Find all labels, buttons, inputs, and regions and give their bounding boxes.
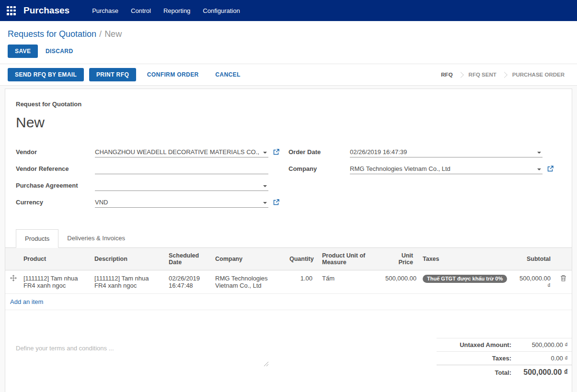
untaxed-amount-value: 500,000.00 ₫ — [511, 341, 568, 348]
total-value: 500,000.00 ₫ — [511, 368, 568, 377]
currency-field[interactable] — [95, 198, 268, 208]
company-input[interactable] — [350, 165, 534, 172]
status-steps: RFQ RFQ SENT PURCHASE ORDER — [436, 69, 569, 80]
cell-quantity[interactable]: 1.00 — [285, 270, 317, 294]
resize-grip-icon[interactable] — [264, 361, 269, 368]
nav-item-purchase[interactable]: Purchase — [86, 1, 125, 20]
order-date-field[interactable] — [350, 147, 542, 157]
vendor-label: Vendor — [16, 148, 95, 157]
col-header-unit-price: Unit Price — [381, 248, 418, 270]
purchase-agreement-field[interactable] — [95, 181, 268, 191]
cell-taxes[interactable]: Thuế GTGT được khấu trừ 0% — [418, 270, 511, 294]
chevron-right-icon — [501, 72, 508, 78]
order-date-label: Order Date — [288, 148, 350, 157]
vendor-input[interactable] — [95, 148, 260, 156]
untaxed-amount-label: Untaxed Amount: — [460, 341, 511, 348]
col-header-scheduled-date: Scheduled Date — [164, 248, 210, 270]
col-header-description: Description — [90, 248, 164, 270]
print-rfq-button[interactable]: PRINT RFQ — [89, 68, 136, 81]
col-header-product: Product — [19, 248, 90, 270]
chevron-down-icon[interactable] — [537, 152, 541, 154]
vendor-field[interactable] — [95, 147, 268, 157]
totals-panel: Untaxed Amount: 500,000.00 ₫ Taxes: 0.00… — [437, 338, 572, 380]
vendor-reference-label: Vendor Reference — [16, 165, 95, 174]
tab-products[interactable]: Products — [16, 229, 58, 248]
delete-line-icon[interactable] — [555, 270, 572, 294]
cell-description[interactable]: [1111112] Tam nhua FR4 xanh ngoc — [90, 270, 164, 294]
nav-menu: Purchase Control Reporting Configuration — [86, 1, 246, 20]
save-button[interactable]: SAVE — [8, 45, 38, 58]
col-header-uom: Product Unit of Measure — [317, 248, 381, 270]
chevron-down-icon[interactable] — [263, 185, 267, 187]
company-label: Company — [288, 165, 350, 174]
currency-input[interactable] — [95, 199, 260, 206]
chevron-right-icon — [458, 72, 464, 78]
vendor-reference-input[interactable] — [95, 165, 260, 172]
cell-company[interactable]: RMG Technologies Vietnam Co., Ltd — [210, 270, 285, 294]
breadcrumb-parent-link[interactable]: Requests for Quotation — [8, 29, 96, 39]
send-rfq-by-email-button[interactable]: SEND RFQ BY EMAIL — [8, 68, 84, 81]
currency-label: Currency — [16, 199, 95, 208]
total-label: Total: — [495, 369, 511, 376]
cell-unit-price[interactable]: 500,000.00 — [381, 270, 418, 294]
app-title[interactable]: Purchases — [23, 5, 69, 16]
add-an-item-link[interactable]: Add an item — [10, 298, 43, 305]
order-line-row[interactable]: [1111112] Tam nhua FR4 xanh ngoc [111111… — [5, 270, 572, 294]
notebook-tabs: Products Deliveries & Invoices — [5, 229, 572, 248]
col-header-subtotal: Subtotal — [511, 248, 555, 270]
status-step-rfq[interactable]: RFQ — [436, 69, 457, 80]
cell-scheduled-date[interactable]: 02/26/2019 16:47:48 — [164, 270, 210, 294]
breadcrumb-current: New — [104, 29, 122, 39]
vendor-reference-field[interactable] — [95, 164, 268, 174]
terms-and-conditions-textarea[interactable] — [16, 345, 265, 367]
status-step-rfq-sent[interactable]: RFQ SENT — [464, 69, 501, 80]
drag-handle-icon[interactable] — [5, 270, 19, 294]
company-field[interactable] — [350, 164, 542, 174]
col-header-company: Company — [210, 248, 285, 270]
cancel-button[interactable]: CANCEL — [209, 68, 246, 81]
external-link-icon[interactable] — [547, 166, 554, 173]
discard-button[interactable]: DISCARD — [40, 45, 79, 58]
tax-badge[interactable]: Thuế GTGT được khấu trừ 0% — [423, 275, 507, 283]
taxes-value: 0.00 ₫ — [511, 355, 568, 362]
breadcrumb-separator: / — [99, 29, 102, 39]
doc-type-label: Request for Quotation — [16, 101, 561, 108]
control-panel: Requests for Quotation/New SAVE DISCARD — [0, 21, 577, 58]
cell-uom[interactable]: Tấm — [317, 270, 381, 294]
external-link-icon[interactable] — [273, 199, 279, 207]
nav-item-configuration[interactable]: Configuration — [196, 1, 246, 20]
purchase-agreement-label: Purchase Agreement — [16, 182, 95, 191]
nav-item-control[interactable]: Control — [125, 1, 157, 20]
action-statusbar: SEND RFQ BY EMAIL PRINT RFQ CONFIRM ORDE… — [0, 64, 577, 86]
trash-column-header — [555, 248, 572, 270]
cell-product[interactable]: [1111112] Tam nhua FR4 xanh ngoc — [19, 270, 90, 294]
col-header-quantity: Quantity — [285, 248, 317, 270]
chevron-down-icon[interactable] — [263, 202, 267, 204]
form-sheet: Request for Quotation New Vendor Vendor … — [5, 89, 572, 392]
taxes-label: Taxes: — [492, 355, 511, 362]
top-navbar: Purchases Purchase Control Reporting Con… — [0, 0, 577, 21]
purchase-agreement-input[interactable] — [95, 182, 260, 189]
order-lines-table: Product Description Scheduled Date Compa… — [5, 248, 572, 310]
status-step-purchase-order[interactable]: PURCHASE ORDER — [508, 69, 569, 80]
cell-subtotal[interactable]: 500,000.00 ₫ — [511, 270, 555, 294]
chevron-down-icon[interactable] — [263, 152, 267, 154]
breadcrumb: Requests for Quotation/New — [8, 28, 569, 40]
nav-item-reporting[interactable]: Reporting — [157, 1, 196, 20]
confirm-order-button[interactable]: CONFIRM ORDER — [141, 68, 205, 81]
col-header-taxes: Taxes — [418, 248, 511, 270]
external-link-icon[interactable] — [273, 149, 279, 157]
tab-deliveries-invoices[interactable]: Deliveries & Invoices — [58, 229, 134, 247]
apps-grid-icon[interactable] — [7, 6, 16, 15]
order-date-input[interactable] — [350, 148, 534, 156]
chevron-down-icon[interactable] — [537, 168, 541, 170]
handle-column-header — [5, 248, 19, 270]
page-title: New — [16, 114, 561, 131]
page-background: Request for Quotation New Vendor Vendor … — [0, 86, 577, 392]
